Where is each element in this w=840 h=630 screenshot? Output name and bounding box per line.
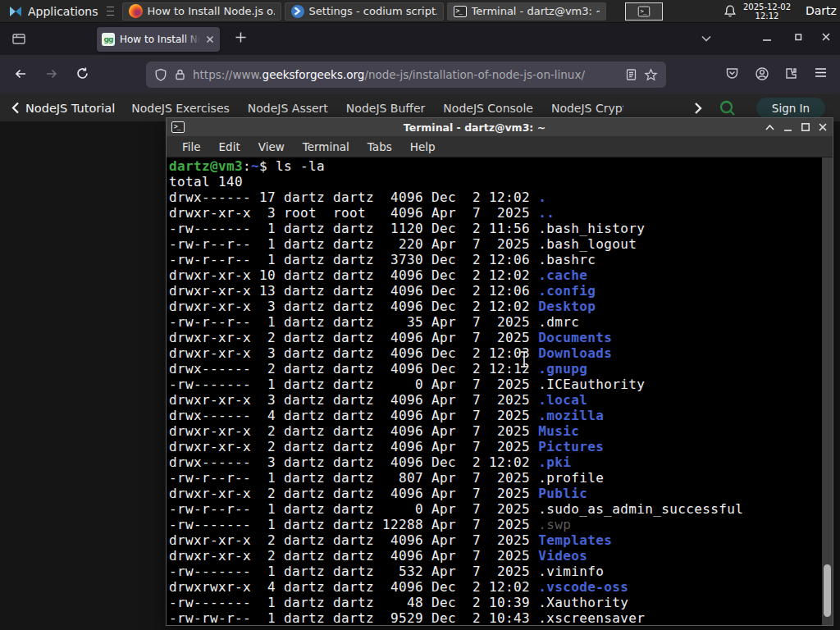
taskbar-button-terminal[interactable]: Terminal - dartz@vm3: ~ — [447, 2, 606, 21]
bookmark-star-icon[interactable] — [644, 68, 658, 82]
ls-row: drwx------ 3 dartz dartz 4096 Dec 2 12:0… — [169, 454, 833, 470]
ls-row: drwxr-xr-x 2 dartz dartz 4096 Apr 7 2025… — [169, 486, 833, 501]
taskbar-button-firefox[interactable]: How to Install Node.js o... — [122, 2, 281, 21]
shade-window-icon[interactable] — [765, 123, 775, 132]
window-close-button[interactable] — [820, 31, 832, 43]
taskbar-button-label: Settings - codium script... — [309, 5, 437, 17]
taskbar-button-vscodium[interactable]: Settings - codium script... — [285, 2, 444, 21]
ls-row: drwxr-xr-x 3 dartz dartz 4096 Apr 7 2025… — [169, 392, 833, 408]
site-nav-back[interactable]: NodeJS Tutorial — [11, 102, 115, 115]
site-nav-item[interactable]: NodeJS Buffer — [346, 102, 426, 115]
terminal-menu-help[interactable]: Help — [403, 138, 443, 156]
browser-tab[interactable]: How to Install Node.js on — [97, 27, 220, 52]
pocket-icon[interactable] — [725, 66, 739, 80]
vscodium-icon — [291, 5, 304, 18]
ls-row: drwxr-xr-x 2 dartz dartz 4096 Apr 7 2025… — [169, 532, 833, 548]
ls-row: drwxr-xr-x 3 dartz dartz 4096 Dec 2 12:0… — [169, 345, 833, 361]
reader-mode-icon[interactable] — [625, 68, 637, 81]
ls-row: -rw-r--r-- 1 dartz dartz 220 Apr 7 2025 … — [169, 236, 833, 252]
back-button[interactable] — [13, 66, 28, 81]
taskbar-button-label: How to Install Node.js o... — [148, 5, 275, 17]
notification-bell-icon[interactable] — [724, 4, 737, 18]
ls-row: -rw-r--r-- 1 dartz dartz 35 Apr 7 2025 .… — [169, 314, 833, 330]
site-nav-item[interactable]: NodeJS Exercises — [131, 102, 230, 115]
chevron-left-icon — [11, 102, 20, 114]
terminal-menu-edit[interactable]: Edit — [212, 138, 248, 156]
ls-row: -rw------- 1 dartz dartz 48 Dec 2 10:39 … — [169, 595, 833, 610]
url-text: https://www.geeksforgeeks.org/node-js/in… — [193, 68, 619, 81]
ls-row: -rw-rw-r-- 1 dartz dartz 9529 Dec 2 10:4… — [169, 610, 833, 625]
terminal-menubar: FileEditViewTerminalTabsHelp — [167, 136, 833, 158]
terminal-window-title: Terminal - dartz@vm3: ~ — [185, 121, 765, 134]
terminal-menu-view[interactable]: View — [251, 138, 292, 156]
chevron-right-icon[interactable] — [693, 102, 703, 115]
terminal-scrollbar[interactable] — [822, 158, 833, 625]
site-nav-items: NodeJS ExercisesNodeJS AssertNodeJS Buff… — [131, 102, 623, 115]
lock-icon[interactable] — [174, 68, 186, 81]
geeksforgeeks-favicon — [102, 33, 115, 46]
ls-row: -rw-r--r-- 1 dartz dartz 0 Apr 7 2025 .s… — [169, 501, 833, 517]
ls-row: drwxr-xr-x 2 dartz dartz 4096 Apr 7 2025… — [169, 330, 833, 345]
ls-row: -rw------- 1 dartz dartz 0 Apr 7 2025 .I… — [169, 377, 833, 392]
ls-row: -rw------- 1 dartz dartz 12288 Apr 7 202… — [169, 517, 833, 532]
clock-time: 12:12 — [742, 11, 792, 21]
ls-row: -rw------- 1 dartz dartz 1120 Dec 2 11:5… — [169, 221, 833, 236]
workspace-pager[interactable] — [625, 2, 663, 21]
firefox-view-icon[interactable] — [11, 31, 26, 46]
account-icon[interactable] — [755, 66, 769, 81]
ls-row: drwxr-xr-x 2 dartz dartz 4096 Apr 7 2025… — [169, 423, 833, 439]
ls-row: -rw------- 1 dartz dartz 532 Apr 7 2025 … — [169, 564, 833, 579]
tracking-shield-icon[interactable] — [154, 68, 167, 82]
total-line: total 140 — [169, 174, 833, 189]
new-tab-button[interactable] — [235, 31, 247, 43]
desktop: Applications How to Install Node.js o...… — [0, 0, 840, 630]
site-search-icon[interactable] — [719, 99, 737, 117]
ls-row: -rw-r--r-- 1 dartz dartz 807 Apr 7 2025 … — [169, 470, 833, 486]
terminal-window: Terminal - dartz@vm3: ~ FileEditViewTerm… — [166, 117, 833, 626]
ls-row: drwx------ 2 dartz dartz 4096 Dec 2 12:1… — [169, 361, 833, 377]
ls-row: drwxr-xr-x 3 root root 4096 Apr 7 2025 .… — [169, 205, 833, 221]
minimize-window-icon[interactable] — [783, 123, 793, 132]
prompt-line: dartz@vm3:~$ ls -la — [169, 158, 833, 174]
site-nav-item[interactable]: NodeJS Crypto — [551, 102, 623, 115]
window-minimize-button[interactable] — [761, 33, 773, 43]
site-nav-item[interactable]: NodeJS Console — [443, 102, 533, 115]
clock-date: 2025-12-02 — [742, 2, 792, 11]
terminal-screen[interactable]: dartz@vm3:~$ ls -latotal 140drwx------ 1… — [167, 158, 833, 625]
ls-row: drwxr-xr-x 2 dartz dartz 4096 Apr 7 2025… — [169, 548, 833, 564]
taskbar-button-label: Terminal - dartz@vm3: ~ — [472, 5, 600, 17]
firefox-icon — [129, 4, 143, 18]
scrollbar-thumb[interactable] — [824, 564, 831, 617]
ls-row: drwxr-xr-x 13 dartz dartz 4096 Dec 2 12:… — [169, 283, 833, 299]
ls-row: drwxr-xr-x 3 dartz dartz 4096 Dec 2 12:0… — [169, 299, 833, 314]
tab-title: How to Install Node.js on — [120, 34, 200, 45]
reload-button[interactable] — [75, 66, 89, 80]
terminal-menu-terminal[interactable]: Terminal — [295, 138, 357, 156]
hamburger-menu-icon[interactable] — [814, 66, 828, 79]
url-bar[interactable]: https://www.geeksforgeeks.org/node-js/in… — [146, 62, 666, 88]
forward-button[interactable] — [44, 66, 59, 81]
maximize-window-icon[interactable] — [801, 122, 810, 132]
window-maximize-button[interactable] — [792, 31, 804, 43]
terminal-output: dartz@vm3:~$ ls -latotal 140drwx------ 1… — [167, 158, 833, 625]
xfce-panel: Applications How to Install Node.js o...… — [0, 0, 840, 23]
ls-row: -rw-r--r-- 1 dartz dartz 3730 Dec 2 12:0… — [169, 252, 833, 267]
list-all-tabs-icon[interactable] — [700, 33, 713, 44]
terminal-menu-tabs[interactable]: Tabs — [360, 138, 399, 156]
applications-menu-button[interactable]: Applications — [3, 2, 119, 21]
site-nav-item[interactable]: NodeJS Assert — [248, 102, 328, 115]
applications-icon — [8, 4, 23, 19]
terminal-menu-file[interactable]: File — [175, 138, 208, 156]
firefox-navbar: https://www.geeksforgeeks.org/node-js/in… — [0, 55, 840, 94]
panel-clock[interactable]: 2025-12-02 12:12 — [742, 2, 792, 21]
ls-row: drwx------ 17 dartz dartz 4096 Dec 2 12:… — [169, 189, 833, 205]
extensions-icon[interactable] — [784, 66, 798, 80]
terminal-icon — [454, 6, 467, 17]
ls-row: drwxrwxr-x 4 dartz dartz 4096 Dec 2 12:0… — [169, 579, 833, 595]
mouse-cursor-ibeam — [518, 350, 530, 368]
ls-row: drwxr-xr-x 10 dartz dartz 4096 Dec 2 12:… — [169, 267, 833, 283]
terminal-titlebar[interactable]: Terminal - dartz@vm3: ~ — [167, 118, 833, 136]
close-window-icon[interactable] — [818, 122, 828, 132]
tab-close-icon[interactable] — [205, 34, 215, 44]
sign-in-button[interactable]: Sign In — [756, 98, 825, 118]
